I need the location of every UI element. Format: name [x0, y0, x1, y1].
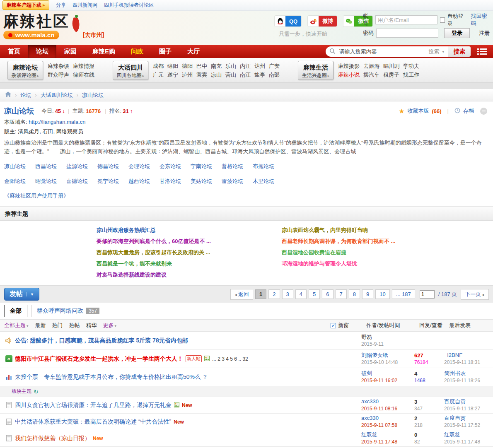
subnav-link[interactable]: 达州 [254, 62, 265, 70]
pagination-page-button[interactable]: 10 [375, 289, 389, 299]
subnav-circle-button[interactable]: 麻辣论坛杂谈评论圈 [7, 61, 43, 80]
tab-all[interactable]: 全部 [4, 305, 27, 317]
subnav-link[interactable]: 绵阳 [167, 62, 178, 70]
forum-title[interactable]: 凉山论坛 [4, 106, 34, 116]
subforum-link[interactable]: 西昌论坛 [35, 159, 57, 174]
subnav-link[interactable]: 内江 [240, 62, 251, 70]
new-post-button[interactable]: 发帖 ▼ [4, 288, 39, 301]
account-input[interactable] [375, 15, 437, 24]
subforum-link[interactable]: 宁南论坛 [191, 159, 212, 174]
recommended-topic-link[interactable]: 西昌惊现大量危房，应该引起市长及政府的关 ... [97, 249, 210, 255]
board-domain-link[interactable]: http://liangshan.mala.cn [29, 119, 85, 125]
subnav-link[interactable]: 营山 [225, 70, 236, 79]
pagination-page-button[interactable]: 8 [349, 289, 360, 299]
find-password-link[interactable]: 找回密码 [471, 12, 491, 27]
author-link[interactable]: axc330 [361, 415, 379, 421]
subnav-circle-button[interactable]: 大话四川四川各地圈 [113, 61, 148, 80]
sichuan-news-link[interactable]: 四川新闻网 [72, 2, 97, 9]
favorite-board-link[interactable]: 收藏本版 [407, 107, 429, 115]
filter-item[interactable]: 热门 [52, 322, 63, 329]
subnav-link[interactable]: 凉山 [211, 70, 222, 79]
nav-item[interactable]: 问政 [123, 45, 151, 58]
subforum-link[interactable]: 会东论坛 [160, 159, 181, 174]
login-button[interactable]: 登录 [444, 28, 470, 38]
subforum-link[interactable]: 布拖论坛 [253, 159, 274, 174]
subnav-link[interactable]: 成都 [153, 62, 164, 70]
subnav-link[interactable]: 麻辣杂谈 [48, 62, 69, 70]
nav-item[interactable]: 大厅 [179, 45, 208, 58]
subnav-circle-button[interactable]: 麻辣生活生活兴趣圈 [298, 61, 334, 80]
subnav-link[interactable]: 南部 [269, 70, 280, 79]
pagination-page-button[interactable]: 5 [309, 289, 320, 299]
subnav-link[interactable]: 德阳 [182, 62, 193, 70]
go-city-link[interactable]: [去市州] [83, 31, 104, 39]
subnav-link[interactable]: 群众呼声 [48, 70, 69, 79]
recommended-topic-link[interactable]: 西昌湿地公园收费迫在眉捷 [282, 249, 346, 255]
subnav-link[interactable]: 南充 [211, 62, 222, 70]
nav-item[interactable]: 家园 [56, 45, 85, 58]
author-link[interactable]: 红双签 [361, 431, 377, 438]
subforum-link[interactable]: 越西论坛 [128, 174, 150, 189]
weibo-login-button[interactable]: 微博 [308, 16, 337, 26]
user-manual-link[interactable]: 《麻辣社区用户使用手册》 [4, 193, 69, 199]
thread-pages-links[interactable]: ... 2 3 4 5 6 .. 32 [212, 356, 248, 362]
pagination-ellipsis-button[interactable]: ... 187 [392, 289, 415, 299]
subforum-link[interactable]: 喜德论坛 [66, 174, 88, 189]
all-topics-dropdown[interactable]: 全部主题▾ [4, 322, 29, 329]
subnav-link[interactable]: 麻辣小说 [338, 70, 360, 79]
recommended-topic-link[interactable]: 凉山表面这么霸气，内里穷得叮当响 [282, 227, 368, 233]
pagination-page-button[interactable]: 1 [255, 289, 266, 299]
subforum-link[interactable]: 金阳论坛 [4, 174, 26, 189]
home-icon[interactable] [5, 92, 11, 99]
subforum-link[interactable]: 凉山论坛 [4, 159, 26, 174]
subnav-link[interactable]: 广元 [153, 70, 164, 79]
subnav-link[interactable]: 乐山 [225, 62, 236, 70]
tab-voice-of-masses[interactable]: 群众呼声网络问政 357 [31, 305, 105, 317]
subforum-link[interactable]: 木里论坛 [253, 174, 274, 189]
thread-title-link[interactable]: 来投个票 专车监管意见或于本月公布，你赞成专车价格比出租高50%么 ？ [15, 373, 208, 381]
site-logo[interactable]: 麻辣社区 www.mala.cn [3, 12, 70, 39]
pagination-page-button[interactable]: 6 [322, 289, 333, 299]
author-link[interactable]: 破剑 [361, 370, 372, 376]
subnav-link[interactable]: 巴中 [196, 62, 207, 70]
subforum-link[interactable]: 普格论坛 [222, 159, 243, 174]
subnav-link[interactable]: 租房子 [383, 70, 399, 79]
thread-title-link[interactable]: 四川女贪官初入官场很清廉：开车追了几里路，退掉万元礼金 [15, 402, 172, 409]
subnav-link[interactable]: 泸州 [182, 70, 193, 79]
author-link[interactable]: 刘娟傻女纸 [361, 352, 388, 358]
register-link[interactable]: 注册 [479, 29, 490, 37]
subforum-link[interactable]: 盐源论坛 [66, 159, 88, 174]
auto-login-checkbox[interactable] [440, 17, 445, 23]
recommended-topic-link[interactable]: 西昌就是一个坑，能不来就别来 [97, 260, 172, 267]
recommended-topic-link[interactable]: 凉山州政府服务热线汇总 [97, 227, 156, 233]
share-link[interactable]: 分享 [56, 2, 66, 9]
qq-login-button[interactable]: QQ [275, 16, 301, 26]
subnav-link[interactable]: 遂宁 [167, 70, 178, 79]
subnav-link[interactable]: 南江 [240, 70, 251, 79]
filter-item[interactable]: 最新 [35, 322, 46, 329]
pagination-page-button[interactable]: 9 [362, 289, 373, 299]
forum-index-icon[interactable] [477, 48, 487, 56]
mobile-readers-forum-link[interactable]: 四川手机报读者讨论区 [104, 2, 154, 9]
password-input[interactable] [376, 29, 438, 38]
filter-item[interactable]: 热帖 [69, 322, 80, 329]
subnav-link[interactable]: 麻辣摄影 [338, 62, 360, 70]
collapse-button[interactable] [480, 108, 487, 115]
pagination-back-button[interactable]: ◂ 返回 [230, 289, 253, 300]
pagination-page-button[interactable]: 4 [295, 289, 307, 299]
subforum-link[interactable]: 昭觉论坛 [35, 174, 57, 189]
search-scope-dropdown[interactable]: 搜索▾ [424, 46, 448, 57]
client-download-button[interactable]: 麻辣客户端下载 [2, 0, 49, 10]
search-input[interactable] [338, 48, 420, 55]
recommended-topic-link[interactable]: 西昌老师长期高调补课，为何教育部门视而不 ... [282, 238, 395, 244]
nav-item[interactable]: 麻辣E购 [85, 45, 123, 58]
subnav-link[interactable]: 学功夫 [403, 62, 419, 70]
subnav-link[interactable]: 摆汽车 [363, 70, 379, 79]
recommended-topic-link[interactable]: 对袁马路选择新线建设的建议 [97, 272, 167, 278]
pagination-page-button[interactable]: 2 [268, 289, 280, 299]
subnav-link[interactable]: 广安 [269, 62, 280, 70]
breadcrumb-link[interactable]: 大话四川论坛 [41, 92, 73, 99]
page-number-input[interactable] [420, 290, 435, 299]
breadcrumb-link[interactable]: 凉山论坛 [82, 92, 104, 99]
new-window-checkbox[interactable]: ✔ [331, 323, 336, 328]
